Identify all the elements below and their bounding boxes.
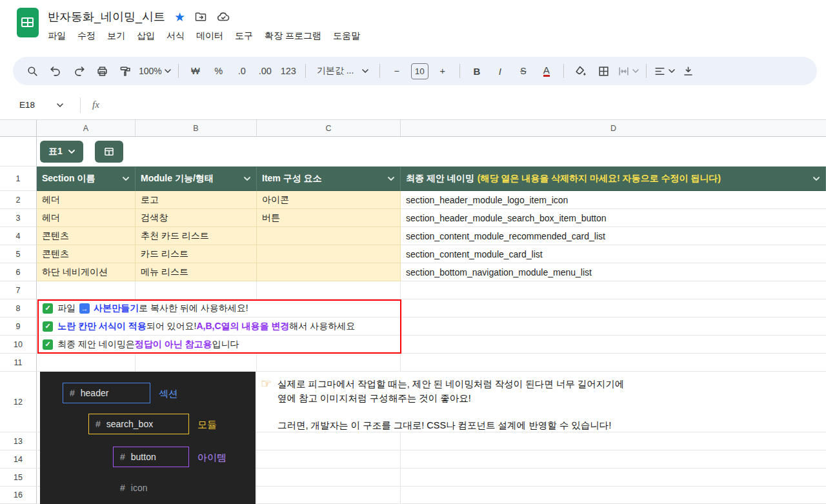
move-folder-icon[interactable] bbox=[194, 10, 207, 23]
cell-d4[interactable]: section_content_module_recommended_card_… bbox=[401, 227, 826, 245]
italic-button[interactable]: I bbox=[490, 61, 510, 81]
row-header-12[interactable]: 12 bbox=[0, 372, 37, 432]
menu-extensions[interactable]: 확장 프로그램 bbox=[259, 28, 327, 44]
cell-d9[interactable] bbox=[401, 318, 826, 336]
row-header-10[interactable]: 10 bbox=[0, 336, 37, 354]
format-currency-button[interactable]: ₩ bbox=[186, 61, 205, 81]
merge-cells-button[interactable] bbox=[618, 61, 639, 81]
format-percent-button[interactable]: % bbox=[209, 61, 228, 81]
menu-help[interactable]: 도움말 bbox=[327, 28, 366, 44]
decimal-increase-button[interactable]: .00 bbox=[256, 61, 275, 81]
cell-a4[interactable]: 콘텐츠 bbox=[37, 227, 136, 245]
row-header-7[interactable]: 7 bbox=[0, 281, 37, 299]
cell-d8[interactable] bbox=[401, 299, 826, 318]
font-size-input[interactable]: 10 bbox=[411, 63, 428, 79]
cell-b6[interactable]: 메뉴 리스트 bbox=[136, 263, 257, 281]
search-icon[interactable] bbox=[23, 61, 42, 81]
select-all-corner[interactable] bbox=[0, 120, 37, 136]
cell-d13[interactable] bbox=[401, 432, 826, 450]
cell-a10[interactable]: ✓ 최종 제안 네이밍은 정답이 아닌 참고용 입니다 bbox=[37, 336, 401, 354]
row-header-11[interactable]: 11 bbox=[0, 354, 37, 372]
download-button[interactable] bbox=[679, 61, 698, 81]
cell-c7[interactable] bbox=[257, 281, 401, 299]
menu-view[interactable]: 보기 bbox=[101, 28, 131, 44]
cell-b2[interactable]: 로고 bbox=[136, 191, 257, 209]
cell-a6[interactable]: 하단 네비게이션 bbox=[37, 263, 136, 281]
header-cell-section[interactable]: Section 이름 bbox=[37, 166, 136, 191]
cell-d3[interactable]: section_header_module_search_box_item_bu… bbox=[401, 209, 826, 227]
cell-d7[interactable] bbox=[401, 281, 826, 299]
cell-b5[interactable]: 카드 리스트 bbox=[136, 245, 257, 263]
more-formats-button[interactable]: 123 bbox=[279, 61, 298, 81]
menu-format[interactable]: 서식 bbox=[161, 28, 190, 44]
filter-chevron-icon[interactable] bbox=[123, 177, 129, 181]
horizontal-align-button[interactable] bbox=[654, 61, 675, 81]
cell-a7[interactable] bbox=[37, 281, 136, 299]
filter-chevron-icon[interactable] bbox=[388, 177, 394, 181]
menu-data[interactable]: 데이터 bbox=[190, 28, 229, 44]
row-header-13[interactable]: 13 bbox=[0, 432, 37, 450]
filter-chevron-icon[interactable] bbox=[813, 177, 820, 181]
cell-d16[interactable] bbox=[401, 487, 826, 504]
row-header-6[interactable]: 6 bbox=[0, 263, 37, 281]
cell-a5[interactable]: 콘텐츠 bbox=[37, 245, 136, 263]
cell-a11[interactable] bbox=[37, 354, 136, 372]
column-header-d[interactable]: D bbox=[401, 120, 826, 136]
figma-structure-image[interactable]: # header 섹션 # search_box 모듈 # button 아이템… bbox=[40, 372, 256, 504]
text-color-button[interactable]: A bbox=[537, 61, 556, 81]
row-header-5[interactable]: 5 bbox=[0, 245, 37, 263]
row-header-15[interactable]: 15 bbox=[0, 469, 37, 487]
row-header-4[interactable]: 4 bbox=[0, 227, 37, 245]
menu-file[interactable]: 파일 bbox=[42, 28, 72, 44]
cell-d2[interactable]: section_header_module_logo_item_icon bbox=[401, 191, 826, 209]
column-header-c[interactable]: C bbox=[257, 120, 401, 136]
cell-b4[interactable]: 추천 카드 리스트 bbox=[136, 227, 257, 245]
sheets-logo-icon[interactable] bbox=[17, 8, 39, 37]
font-size-increase-button[interactable]: + bbox=[433, 61, 452, 81]
borders-button[interactable] bbox=[594, 61, 614, 81]
cell-c14[interactable] bbox=[257, 450, 401, 469]
menu-insert[interactable]: 삽입 bbox=[131, 28, 161, 44]
cell-d5[interactable]: section_content_module_card_list bbox=[401, 245, 826, 263]
paint-format-button[interactable] bbox=[116, 61, 135, 81]
column-header-b[interactable]: B bbox=[136, 120, 257, 136]
row-header-1[interactable]: 1 bbox=[0, 166, 37, 191]
table-menu-button[interactable] bbox=[95, 141, 123, 163]
zoom-selector[interactable]: 100% bbox=[139, 61, 171, 81]
row-header-9[interactable]: 9 bbox=[0, 318, 37, 336]
cell-d10[interactable] bbox=[401, 336, 826, 354]
undo-button[interactable] bbox=[46, 61, 65, 81]
row-header-8[interactable]: 8 bbox=[0, 299, 37, 318]
print-button[interactable] bbox=[92, 61, 112, 81]
document-title[interactable]: 반자동화_네이밍_시트 bbox=[48, 9, 165, 25]
font-size-decrease-button[interactable]: − bbox=[387, 61, 407, 81]
column-header-a[interactable]: A bbox=[37, 120, 136, 136]
cell-c6[interactable] bbox=[257, 263, 401, 281]
header-cell-module[interactable]: Module 기능/형태 bbox=[136, 166, 257, 191]
name-box-chevron-icon[interactable] bbox=[57, 103, 63, 107]
filter-chevron-icon[interactable] bbox=[244, 177, 250, 181]
cell-b11[interactable] bbox=[136, 354, 257, 372]
font-selector[interactable]: 기본값 ... bbox=[313, 61, 372, 81]
menu-edit[interactable]: 수정 bbox=[72, 28, 101, 44]
bold-button[interactable]: B bbox=[467, 61, 487, 81]
strikethrough-button[interactable]: S bbox=[514, 61, 533, 81]
cell-a9[interactable]: ✓ 노란 칸만 서식이 적용 되어 있어요! A,B,C열의 내용을 변경 해서… bbox=[37, 318, 401, 336]
row-header-2[interactable]: 2 bbox=[0, 191, 37, 209]
cell-a8[interactable]: ✓ 파일 → 사본만들기 로 복사한 뒤에 사용하세요! bbox=[37, 299, 401, 318]
row-header-14[interactable]: 14 bbox=[0, 450, 37, 469]
row-header-3[interactable]: 3 bbox=[0, 209, 37, 227]
cell-d11[interactable] bbox=[401, 354, 826, 372]
menu-tools[interactable]: 도구 bbox=[229, 28, 259, 44]
fill-color-button[interactable] bbox=[571, 61, 590, 81]
cell-d15[interactable] bbox=[401, 469, 826, 487]
table-name-chip[interactable]: 표1 bbox=[40, 141, 83, 163]
cell-c16[interactable] bbox=[257, 487, 401, 504]
cell-d6[interactable]: section_bottom_navigation_module_menu_li… bbox=[401, 263, 826, 281]
cell-c3[interactable]: 버튼 bbox=[257, 209, 401, 227]
cell-b3[interactable]: 검색창 bbox=[136, 209, 257, 227]
cell-c11[interactable] bbox=[257, 354, 401, 372]
cell-c13[interactable] bbox=[257, 432, 401, 450]
cell-c5[interactable] bbox=[257, 245, 401, 263]
header-cell-item[interactable]: Item 구성 요소 bbox=[257, 166, 401, 191]
